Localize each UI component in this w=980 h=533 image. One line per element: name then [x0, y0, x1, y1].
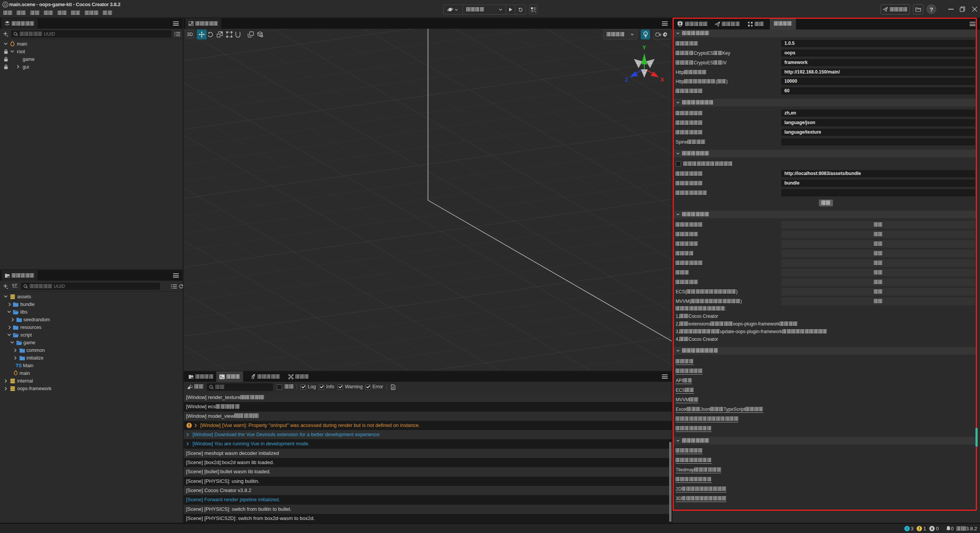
svg-text:i: i — [906, 526, 908, 531]
svg-text:X: X — [660, 77, 664, 83]
svg-text:Z: Z — [625, 77, 629, 83]
svg-text:Y: Y — [642, 44, 646, 51]
